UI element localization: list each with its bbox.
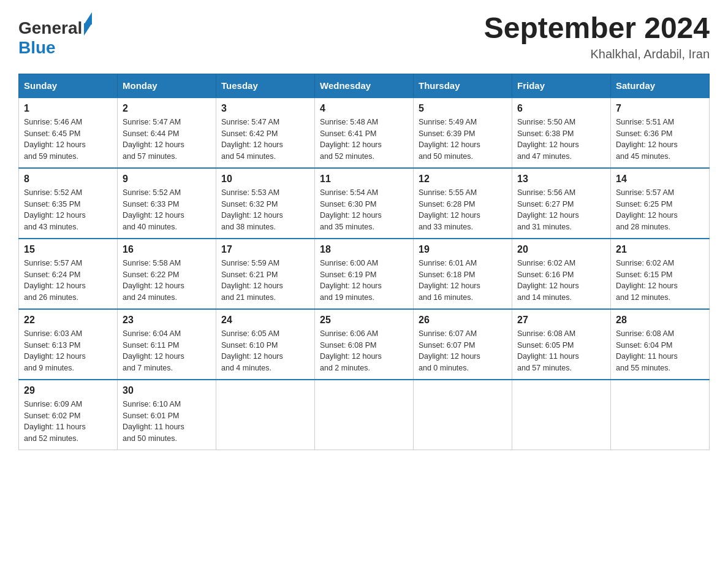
title-section: September 2024 Khalkhal, Ardabil, Iran bbox=[484, 12, 710, 61]
logo: General Blue bbox=[18, 12, 92, 58]
day-info: Sunrise: 5:57 AMSunset: 6:25 PMDaylight:… bbox=[616, 187, 704, 233]
table-row: 15Sunrise: 5:57 AMSunset: 6:24 PMDayligh… bbox=[19, 239, 118, 309]
day-number: 23 bbox=[123, 315, 211, 326]
table-row bbox=[512, 380, 611, 450]
table-row: 5Sunrise: 5:49 AMSunset: 6:39 PMDaylight… bbox=[414, 98, 512, 168]
header-row: Sunday Monday Tuesday Wednesday Thursday… bbox=[19, 74, 710, 98]
day-info: Sunrise: 5:52 AMSunset: 6:35 PMDaylight:… bbox=[24, 187, 112, 233]
table-row: 11Sunrise: 5:54 AMSunset: 6:30 PMDayligh… bbox=[315, 168, 414, 239]
table-row: 29Sunrise: 6:09 AMSunset: 6:02 PMDayligh… bbox=[19, 380, 118, 450]
table-row: 17Sunrise: 5:59 AMSunset: 6:21 PMDayligh… bbox=[216, 239, 315, 309]
day-number: 25 bbox=[320, 315, 408, 326]
table-row bbox=[315, 380, 414, 450]
table-row: 19Sunrise: 6:01 AMSunset: 6:18 PMDayligh… bbox=[414, 239, 512, 309]
table-row: 8Sunrise: 5:52 AMSunset: 6:35 PMDaylight… bbox=[19, 168, 118, 239]
table-row: 26Sunrise: 6:07 AMSunset: 6:07 PMDayligh… bbox=[414, 309, 512, 380]
table-row: 14Sunrise: 5:57 AMSunset: 6:25 PMDayligh… bbox=[611, 168, 710, 239]
table-row: 28Sunrise: 6:08 AMSunset: 6:04 PMDayligh… bbox=[611, 309, 710, 380]
day-info: Sunrise: 5:49 AMSunset: 6:39 PMDaylight:… bbox=[419, 117, 507, 163]
day-number: 29 bbox=[24, 385, 112, 396]
table-row: 27Sunrise: 6:08 AMSunset: 6:05 PMDayligh… bbox=[512, 309, 611, 380]
day-number: 15 bbox=[24, 244, 112, 255]
day-number: 1 bbox=[24, 103, 112, 114]
day-number: 27 bbox=[517, 315, 605, 326]
col-tuesday: Tuesday bbox=[216, 74, 315, 98]
col-saturday: Saturday bbox=[611, 74, 710, 98]
calendar-week-3: 15Sunrise: 5:57 AMSunset: 6:24 PMDayligh… bbox=[19, 239, 710, 309]
day-info: Sunrise: 6:06 AMSunset: 6:08 PMDaylight:… bbox=[320, 328, 408, 374]
col-thursday: Thursday bbox=[414, 74, 512, 98]
day-info: Sunrise: 6:08 AMSunset: 6:04 PMDaylight:… bbox=[616, 328, 704, 374]
day-number: 19 bbox=[419, 244, 507, 255]
day-info: Sunrise: 5:52 AMSunset: 6:33 PMDaylight:… bbox=[123, 187, 211, 233]
day-number: 11 bbox=[320, 174, 408, 185]
day-number: 10 bbox=[221, 174, 309, 185]
day-number: 26 bbox=[419, 315, 507, 326]
table-row: 1Sunrise: 5:46 AMSunset: 6:45 PMDaylight… bbox=[19, 98, 118, 168]
table-row: 12Sunrise: 5:55 AMSunset: 6:28 PMDayligh… bbox=[414, 168, 512, 239]
day-number: 9 bbox=[123, 174, 211, 185]
day-number: 6 bbox=[517, 103, 605, 114]
table-row: 13Sunrise: 5:56 AMSunset: 6:27 PMDayligh… bbox=[512, 168, 611, 239]
location: Khalkhal, Ardabil, Iran bbox=[484, 47, 710, 61]
day-number: 13 bbox=[517, 174, 605, 185]
col-sunday: Sunday bbox=[19, 74, 118, 98]
calendar-week-1: 1Sunrise: 5:46 AMSunset: 6:45 PMDaylight… bbox=[19, 98, 710, 168]
day-info: Sunrise: 6:04 AMSunset: 6:11 PMDaylight:… bbox=[123, 328, 211, 374]
day-info: Sunrise: 5:57 AMSunset: 6:24 PMDaylight:… bbox=[24, 258, 112, 304]
day-number: 5 bbox=[419, 103, 507, 114]
table-row bbox=[216, 380, 315, 450]
table-row: 6Sunrise: 5:50 AMSunset: 6:38 PMDaylight… bbox=[512, 98, 611, 168]
day-info: Sunrise: 6:07 AMSunset: 6:07 PMDaylight:… bbox=[419, 328, 507, 374]
day-info: Sunrise: 6:02 AMSunset: 6:15 PMDaylight:… bbox=[616, 258, 704, 304]
day-info: Sunrise: 5:50 AMSunset: 6:38 PMDaylight:… bbox=[517, 117, 605, 163]
table-row: 22Sunrise: 6:03 AMSunset: 6:13 PMDayligh… bbox=[19, 309, 118, 380]
table-row: 10Sunrise: 5:53 AMSunset: 6:32 PMDayligh… bbox=[216, 168, 315, 239]
day-number: 22 bbox=[24, 315, 112, 326]
day-info: Sunrise: 5:53 AMSunset: 6:32 PMDaylight:… bbox=[221, 187, 309, 233]
day-info: Sunrise: 6:05 AMSunset: 6:10 PMDaylight:… bbox=[221, 328, 309, 374]
table-row bbox=[414, 380, 512, 450]
day-number: 20 bbox=[517, 244, 605, 255]
page-header: General Blue September 2024 Khalkhal, Ar… bbox=[18, 12, 710, 61]
day-info: Sunrise: 5:46 AMSunset: 6:45 PMDaylight:… bbox=[24, 117, 112, 163]
table-row: 9Sunrise: 5:52 AMSunset: 6:33 PMDaylight… bbox=[118, 168, 216, 239]
col-wednesday: Wednesday bbox=[315, 74, 414, 98]
day-info: Sunrise: 5:59 AMSunset: 6:21 PMDaylight:… bbox=[221, 258, 309, 304]
col-monday: Monday bbox=[118, 74, 216, 98]
day-info: Sunrise: 6:03 AMSunset: 6:13 PMDaylight:… bbox=[24, 328, 112, 374]
day-info: Sunrise: 5:48 AMSunset: 6:41 PMDaylight:… bbox=[320, 117, 408, 163]
table-row: 21Sunrise: 6:02 AMSunset: 6:15 PMDayligh… bbox=[611, 239, 710, 309]
calendar-week-4: 22Sunrise: 6:03 AMSunset: 6:13 PMDayligh… bbox=[19, 309, 710, 380]
day-info: Sunrise: 6:02 AMSunset: 6:16 PMDaylight:… bbox=[517, 258, 605, 304]
month-title: September 2024 bbox=[484, 12, 710, 45]
day-number: 17 bbox=[221, 244, 309, 255]
table-row: 4Sunrise: 5:48 AMSunset: 6:41 PMDaylight… bbox=[315, 98, 414, 168]
table-row: 25Sunrise: 6:06 AMSunset: 6:08 PMDayligh… bbox=[315, 309, 414, 380]
day-number: 18 bbox=[320, 244, 408, 255]
calendar-table: Sunday Monday Tuesday Wednesday Thursday… bbox=[18, 74, 710, 450]
table-row: 18Sunrise: 6:00 AMSunset: 6:19 PMDayligh… bbox=[315, 239, 414, 309]
day-number: 24 bbox=[221, 315, 309, 326]
logo-text-general: General bbox=[18, 18, 82, 38]
day-info: Sunrise: 5:56 AMSunset: 6:27 PMDaylight:… bbox=[517, 187, 605, 233]
day-info: Sunrise: 5:47 AMSunset: 6:44 PMDaylight:… bbox=[123, 117, 211, 163]
table-row: 30Sunrise: 6:10 AMSunset: 6:01 PMDayligh… bbox=[118, 380, 216, 450]
table-row bbox=[611, 380, 710, 450]
day-number: 3 bbox=[221, 103, 309, 114]
calendar-week-2: 8Sunrise: 5:52 AMSunset: 6:35 PMDaylight… bbox=[19, 168, 710, 239]
day-info: Sunrise: 5:51 AMSunset: 6:36 PMDaylight:… bbox=[616, 117, 704, 163]
day-number: 8 bbox=[24, 174, 112, 185]
day-number: 4 bbox=[320, 103, 408, 114]
day-info: Sunrise: 5:58 AMSunset: 6:22 PMDaylight:… bbox=[123, 258, 211, 304]
day-number: 30 bbox=[123, 385, 211, 396]
table-row: 24Sunrise: 6:05 AMSunset: 6:10 PMDayligh… bbox=[216, 309, 315, 380]
col-friday: Friday bbox=[512, 74, 611, 98]
day-number: 21 bbox=[616, 244, 704, 255]
day-info: Sunrise: 6:10 AMSunset: 6:01 PMDaylight:… bbox=[123, 399, 211, 445]
table-row: 2Sunrise: 5:47 AMSunset: 6:44 PMDaylight… bbox=[118, 98, 216, 168]
day-info: Sunrise: 5:47 AMSunset: 6:42 PMDaylight:… bbox=[221, 117, 309, 163]
table-row: 3Sunrise: 5:47 AMSunset: 6:42 PMDaylight… bbox=[216, 98, 315, 168]
day-number: 14 bbox=[616, 174, 704, 185]
table-row: 16Sunrise: 5:58 AMSunset: 6:22 PMDayligh… bbox=[118, 239, 216, 309]
